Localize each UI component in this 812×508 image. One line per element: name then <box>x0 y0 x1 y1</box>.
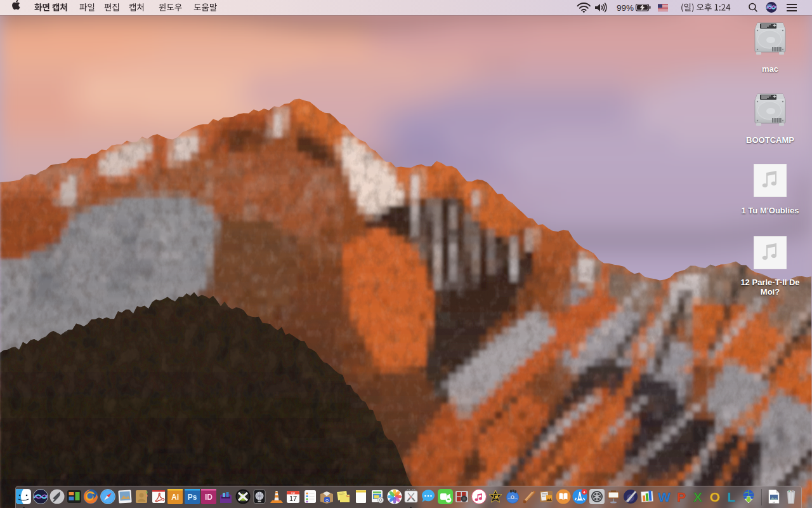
svg-text:17: 17 <box>289 495 297 502</box>
svg-text:X: X <box>693 490 702 504</box>
svg-text:Ai: Ai <box>171 493 179 502</box>
svg-text:Ps: Ps <box>187 493 197 502</box>
svg-text:L: L <box>728 490 736 504</box>
svg-text:P: P <box>677 490 686 504</box>
svg-text:99%: 99% <box>617 3 634 13</box>
svg-text:ID: ID <box>205 493 213 502</box>
svg-text:avi: avi <box>773 501 775 504</box>
svg-text:Note: Note <box>346 495 351 498</box>
svg-text:Q: Q <box>326 498 329 502</box>
svg-text:O: O <box>710 490 720 504</box>
svg-text:W: W <box>658 490 671 504</box>
svg-text:6월: 6월 <box>291 491 295 495</box>
